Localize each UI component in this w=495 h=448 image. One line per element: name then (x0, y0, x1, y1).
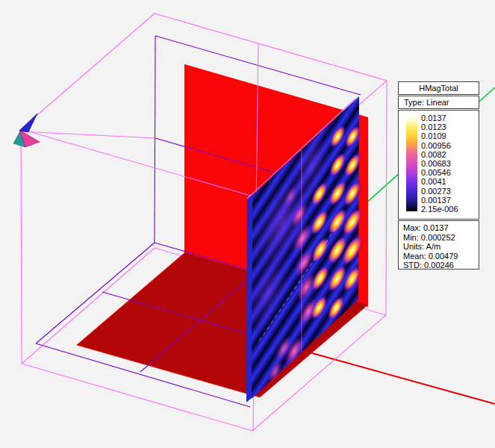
scale-value: 0.00137 (421, 196, 458, 205)
scale-value: 0.00546 (421, 169, 458, 177)
legend-statistics: Max: 0.0137 Min: 0.000252 Units: A/m Mea… (398, 220, 479, 270)
stat-max: Max: 0.0137 (403, 223, 479, 233)
legend-scale-type: Type: Linear (398, 96, 479, 109)
legend-title: HMagTotal (398, 81, 479, 95)
x-axis-line (299, 349, 495, 404)
triad-z-arrow-icon (19, 113, 37, 132)
field-legend[interactable]: HMagTotal Type: Linear 0.0137 0.0123 0.0… (398, 81, 479, 270)
stat-min: Min: 0.000252 (403, 233, 479, 243)
stat-std: STD: 0.00246 (403, 261, 479, 270)
scale-value: 0.00683 (421, 160, 458, 168)
scale-value: 0.00273 (421, 187, 458, 196)
scale-value: 0.00956 (421, 142, 458, 150)
scale-value: 0.0041 (421, 178, 458, 186)
stat-units: Units: A/m (403, 242, 479, 252)
scale-value: 0.0137 (421, 114, 458, 122)
scale-value: 0.0109 (421, 132, 458, 140)
scale-value: 2.15e-006 (421, 205, 458, 214)
scale-value: 0.0082 (421, 151, 458, 159)
color-scale-values: 0.0137 0.0123 0.0109 0.00956 0.0082 0.00… (421, 114, 458, 214)
legend-color-scale: 0.0137 0.0123 0.0109 0.00956 0.0082 0.00… (398, 110, 479, 220)
coordinate-triad (13, 113, 40, 147)
3d-modeler-viewport[interactable]: HMagTotal Type: Linear 0.0137 0.0123 0.0… (0, 0, 495, 448)
scale-value: 0.0123 (421, 123, 458, 131)
color-scale-bar (406, 116, 417, 211)
stat-mean: Mean: 0.00479 (403, 252, 479, 261)
